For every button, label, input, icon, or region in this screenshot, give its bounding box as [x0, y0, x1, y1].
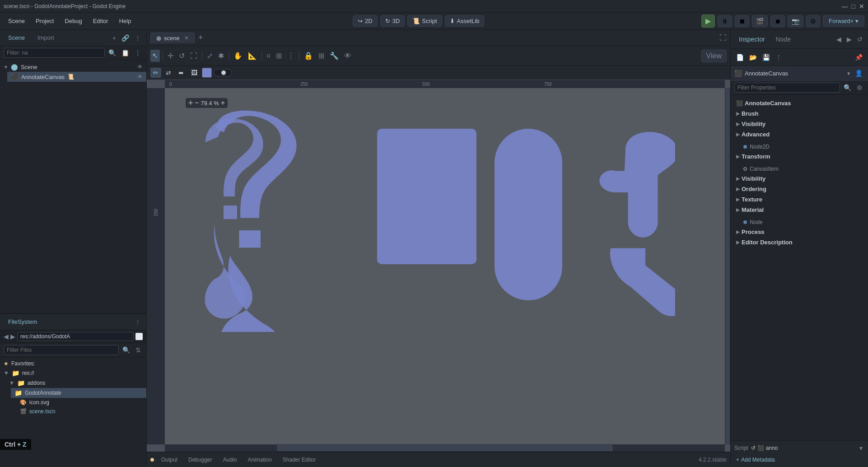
- add-meta-btn[interactable]: + Add Metadata: [734, 455, 864, 464]
- file-item-scene-tscn[interactable]: 🎬 scene.tscn: [16, 407, 146, 416]
- path-back-btn[interactable]: ◀: [4, 333, 9, 340]
- close-btn[interactable]: ✕: [859, 3, 864, 10]
- filter-props-settings-btn[interactable]: ⚙: [855, 83, 864, 92]
- canvas-area[interactable]: 0 250 500 750 250 ✛ − 79.4 % +: [147, 80, 730, 452]
- menu-help[interactable]: Help: [115, 16, 136, 26]
- inspector-forward-btn[interactable]: ▶: [845, 35, 854, 44]
- tree-item-annotate-canvas[interactable]: ⬛ AnnotateCanvas 📜 👁: [7, 72, 146, 82]
- select-tool-btn[interactable]: ↖: [150, 50, 160, 62]
- mode-pencil-btn[interactable]: ✏: [150, 68, 161, 78]
- play-button[interactable]: ▶: [701, 14, 715, 28]
- more-tools-btn[interactable]: ⋮: [285, 50, 296, 62]
- open-script-btn[interactable]: 📂: [747, 53, 759, 62]
- add-node-btn[interactable]: +: [111, 33, 118, 42]
- scene-menu-btn[interactable]: ⋮: [133, 33, 143, 42]
- section-ordering-header[interactable]: ▶ Ordering: [734, 184, 864, 194]
- settings-button[interactable]: ⚙: [806, 15, 820, 27]
- color-swatch[interactable]: [202, 68, 212, 78]
- record-button[interactable]: ⏺: [770, 15, 785, 27]
- section-annotate-canvas-header[interactable]: ⬛ AnnotateCanvas: [734, 98, 864, 108]
- group-btn[interactable]: ⊞: [317, 50, 326, 62]
- move-tool-btn[interactable]: ✛: [166, 50, 175, 62]
- grid-tool-btn[interactable]: ⌗: [265, 50, 272, 62]
- link-btn[interactable]: 🔗: [120, 33, 131, 42]
- scale-tool-btn[interactable]: ⛶: [188, 50, 199, 62]
- file-item-addons[interactable]: ▼ 📁 addons: [5, 378, 146, 388]
- tab-debugger[interactable]: Debugger: [184, 455, 217, 464]
- tab-filesystem[interactable]: FileSystem: [4, 317, 42, 327]
- tab-audio[interactable]: Audio: [219, 455, 242, 464]
- inspector-history-btn[interactable]: ↺: [855, 35, 864, 44]
- minimize-btn[interactable]: —: [842, 3, 848, 10]
- section-editor-description-header[interactable]: ▶ Editor Description: [734, 237, 864, 248]
- tab-import[interactable]: Import: [33, 33, 59, 43]
- rotate-tool-btn[interactable]: ↺: [177, 50, 187, 62]
- section-texture-header[interactable]: ▶ Texture: [734, 194, 864, 205]
- toolbar-2d-btn[interactable]: ↪ 2D: [353, 15, 378, 27]
- tab-inspector[interactable]: Inspector: [734, 34, 770, 45]
- inspector-back-btn[interactable]: ◀: [835, 35, 843, 44]
- camera-button[interactable]: 📷: [788, 15, 803, 27]
- section-process-header[interactable]: ▶ Process: [734, 227, 864, 237]
- script-dropdown-btn[interactable]: ▾: [858, 444, 864, 453]
- tab-output[interactable]: Output: [157, 455, 182, 464]
- save-script-btn[interactable]: 💾: [761, 53, 772, 62]
- menu-editor[interactable]: Editor: [89, 16, 113, 26]
- tab-add-btn[interactable]: +: [196, 33, 206, 42]
- pause-button[interactable]: ⏸: [718, 15, 732, 27]
- mode-arrows2-btn[interactable]: ⬌: [176, 68, 187, 78]
- filter-search-icon[interactable]: 🔍: [107, 48, 118, 57]
- section-brush-header[interactable]: ▶ Brush: [734, 108, 864, 119]
- tab-node[interactable]: Node: [771, 34, 795, 45]
- section-visibility-header[interactable]: ▶ Visibility: [734, 119, 864, 129]
- inspector-node-options-btn[interactable]: 👤: [853, 69, 864, 78]
- script-refresh-icon[interactable]: ↺: [751, 445, 756, 451]
- tab-scene[interactable]: Scene: [4, 33, 29, 43]
- file-search-icon[interactable]: 🔍: [121, 346, 132, 355]
- toolbar-3d-btn[interactable]: ↻ 3D: [380, 15, 405, 27]
- tab-close-btn[interactable]: ✕: [184, 35, 189, 41]
- menu-debug[interactable]: Debug: [60, 16, 86, 26]
- menu-project[interactable]: Project: [31, 16, 58, 26]
- eye-btn[interactable]: 👁: [342, 50, 353, 62]
- section-visibility2-header[interactable]: ▶ Visibility: [734, 173, 864, 184]
- filter-more-btn[interactable]: ⋮: [133, 48, 143, 57]
- scrollbar-horizontal[interactable]: [165, 444, 725, 452]
- path-forward-btn[interactable]: ▶: [10, 333, 15, 340]
- visibility-icon-scene[interactable]: 👁: [137, 64, 143, 70]
- filter-props-input[interactable]: [734, 83, 840, 93]
- filter-props-search-icon[interactable]: 🔍: [842, 83, 853, 92]
- scene-filter-input[interactable]: [4, 48, 105, 58]
- script-options-btn[interactable]: ⋮: [774, 53, 784, 62]
- inspector-expand-btn[interactable]: ▾: [847, 70, 850, 77]
- toolbar-script-btn[interactable]: 📜 Script: [407, 15, 442, 27]
- tab-shader-editor[interactable]: Shader Editor: [278, 455, 320, 464]
- filter-options-btn[interactable]: 📋: [120, 48, 131, 57]
- mode-arrows-btn[interactable]: ⇄: [163, 68, 174, 78]
- titlebar-controls[interactable]: — □ ✕: [842, 3, 864, 10]
- renderer-dropdown[interactable]: Forward+ ▾: [823, 15, 864, 27]
- section-transform-header[interactable]: ▶ Transform: [734, 151, 864, 162]
- tree-item-scene[interactable]: ▼ ⬤ Scene 👁: [0, 62, 146, 72]
- file-item-icon-svg[interactable]: 🎨 icon.svg: [16, 398, 146, 407]
- maximize-btn[interactable]: □: [852, 3, 855, 10]
- visibility-icon-canvas[interactable]: 👁: [137, 74, 143, 80]
- scrollbar-thumb-v[interactable]: [725, 88, 730, 444]
- inspector-pin-btn[interactable]: 📌: [853, 53, 864, 62]
- file-filter-input[interactable]: [4, 345, 119, 355]
- grid-snap-btn[interactable]: ⊞: [274, 50, 284, 62]
- pan-tool-btn[interactable]: ✋: [232, 50, 244, 62]
- editor-tab-scene[interactable]: ⬤ scene ✕: [150, 33, 195, 43]
- new-script-btn[interactable]: 📄: [734, 53, 746, 62]
- stop-button[interactable]: ⏹: [735, 15, 749, 27]
- brush-size-slider[interactable]: [214, 69, 232, 76]
- bone-tool-btn[interactable]: ✱: [216, 50, 226, 62]
- view-dropdown-btn[interactable]: View: [701, 50, 727, 62]
- mode-image-btn[interactable]: 🖼: [188, 68, 200, 78]
- toolbar-assetlib-btn[interactable]: ⬇ AssetLib: [445, 15, 485, 27]
- zoom-out-btn[interactable]: −: [195, 99, 199, 107]
- transform-tool-btn[interactable]: ⤢: [205, 50, 215, 62]
- menu-scene[interactable]: Scene: [4, 16, 29, 26]
- pick-btn[interactable]: 🔧: [328, 50, 341, 62]
- file-sort-btn[interactable]: ⇅: [134, 346, 143, 355]
